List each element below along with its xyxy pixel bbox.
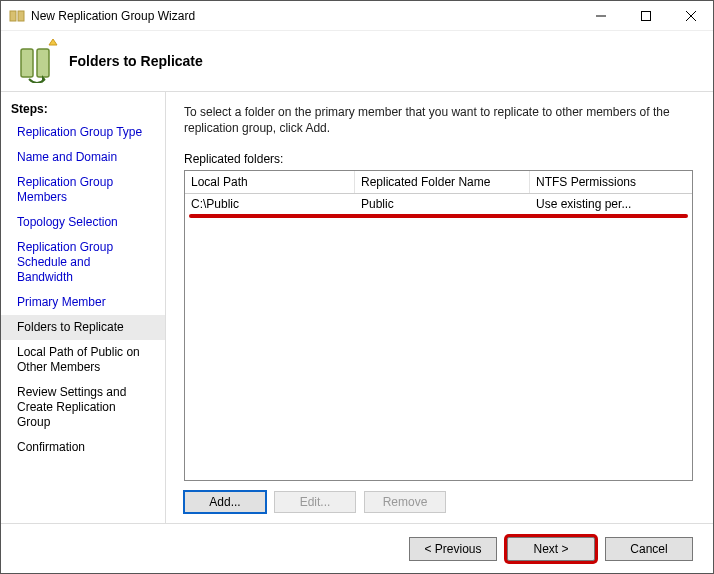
wizard-icon: [15, 39, 59, 83]
column-ntfs-permissions[interactable]: NTFS Permissions: [530, 171, 692, 193]
previous-button[interactable]: < Previous: [409, 537, 497, 561]
svg-rect-3: [641, 11, 650, 20]
table-row[interactable]: C:\Public Public Use existing per...: [185, 194, 692, 214]
step-name-and-domain[interactable]: Name and Domain: [1, 145, 165, 170]
steps-sidebar: Steps: Replication Group Type Name and D…: [1, 92, 166, 523]
window-title: New Replication Group Wizard: [31, 9, 578, 23]
replicated-folders-table[interactable]: Local Path Replicated Folder Name NTFS P…: [184, 170, 693, 481]
action-buttons: Add... Edit... Remove: [184, 491, 693, 513]
svg-rect-0: [10, 11, 16, 21]
step-folders-to-replicate[interactable]: Folders to Replicate: [1, 315, 165, 340]
cell-local-path: C:\Public: [185, 194, 355, 214]
add-button[interactable]: Add...: [184, 491, 266, 513]
wizard-body: Steps: Replication Group Type Name and D…: [1, 92, 713, 523]
step-review-settings[interactable]: Review Settings and Create Replication G…: [1, 380, 165, 435]
app-icon: [9, 8, 25, 24]
svg-rect-6: [21, 49, 33, 77]
wizard-header: Folders to Replicate: [1, 31, 713, 91]
svg-rect-1: [18, 11, 24, 21]
step-topology-selection[interactable]: Topology Selection: [1, 210, 165, 235]
wizard-window: New Replication Group Wizard Folders t: [0, 0, 714, 574]
column-local-path[interactable]: Local Path: [185, 171, 355, 193]
step-confirmation[interactable]: Confirmation: [1, 435, 165, 460]
title-bar: New Replication Group Wizard: [1, 1, 713, 31]
edit-button: Edit...: [274, 491, 356, 513]
annotation-underline: [189, 214, 688, 218]
list-label: Replicated folders:: [184, 152, 693, 166]
close-button[interactable]: [668, 1, 713, 30]
step-primary-member[interactable]: Primary Member: [1, 290, 165, 315]
minimize-button[interactable]: [578, 1, 623, 30]
step-local-path-other-members[interactable]: Local Path of Public on Other Members: [1, 340, 165, 380]
cell-ntfs: Use existing per...: [530, 194, 692, 214]
svg-marker-8: [49, 39, 57, 45]
step-schedule-bandwidth[interactable]: Replication Group Schedule and Bandwidth: [1, 235, 165, 290]
svg-rect-7: [37, 49, 49, 77]
next-button[interactable]: Next >: [507, 537, 595, 561]
window-controls: [578, 1, 713, 30]
maximize-button[interactable]: [623, 1, 668, 30]
table-header: Local Path Replicated Folder Name NTFS P…: [185, 171, 692, 194]
wizard-footer: < Previous Next > Cancel: [1, 523, 713, 573]
step-replication-group-type[interactable]: Replication Group Type: [1, 120, 165, 145]
page-title: Folders to Replicate: [69, 53, 203, 69]
main-panel: To select a folder on the primary member…: [166, 92, 713, 523]
cell-replicated-name: Public: [355, 194, 530, 214]
intro-text: To select a folder on the primary member…: [184, 104, 693, 136]
cancel-button[interactable]: Cancel: [605, 537, 693, 561]
remove-button: Remove: [364, 491, 446, 513]
steps-heading: Steps:: [1, 100, 165, 120]
column-replicated-name[interactable]: Replicated Folder Name: [355, 171, 530, 193]
step-replication-group-members[interactable]: Replication Group Members: [1, 170, 165, 210]
